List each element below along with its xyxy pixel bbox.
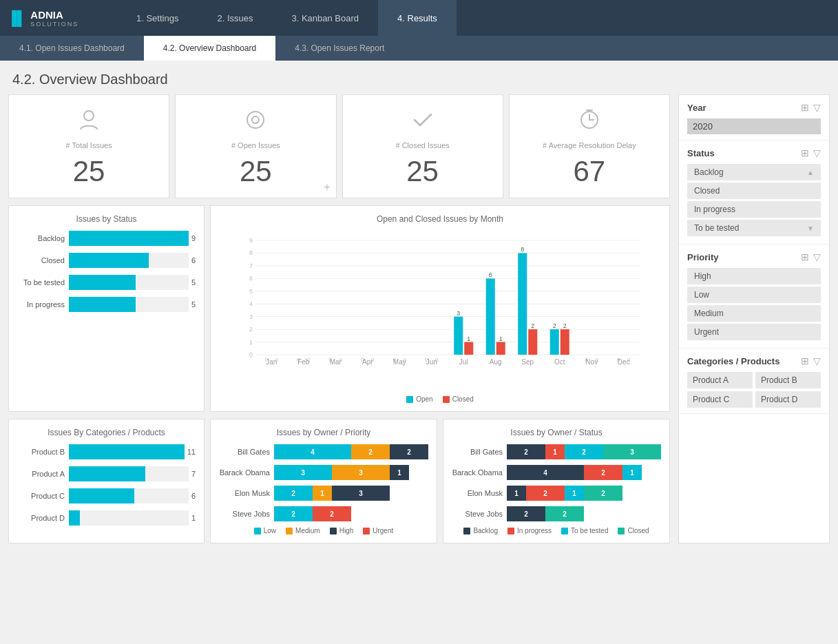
cat-prod-item-a[interactable]: Product A <box>687 372 753 388</box>
svg-text:Apr: Apr <box>362 358 373 366</box>
legend-closed-status: Closed <box>618 527 649 534</box>
hbar-label: Closed <box>17 256 69 264</box>
priority-funnel-icon[interactable]: ▽ <box>813 251 821 262</box>
sbar-segments: 213 <box>274 486 390 501</box>
svg-text:8: 8 <box>521 246 524 253</box>
sbar-seg: 4 <box>274 444 351 459</box>
svg-text:Dec: Dec <box>618 358 630 366</box>
nav-tab-settings[interactable]: 1. Settings <box>117 0 198 36</box>
hbar-row: Closed 6 <box>17 253 196 268</box>
priority-item-low[interactable]: Low <box>687 287 821 303</box>
priority-item-medium[interactable]: Medium <box>687 305 821 322</box>
svg-rect-58 <box>550 329 559 355</box>
svg-rect-53 <box>518 253 527 355</box>
legend-medium: Medium <box>286 527 320 534</box>
hbar-track <box>69 275 189 290</box>
tobetested-dot <box>561 528 568 534</box>
owner-status-legend: Backlog In progress To be tested Closed <box>452 527 661 534</box>
main-nav-tabs: 1. Settings 2. Issues 3. Kanban Board 4.… <box>117 0 457 36</box>
owner-priority-title: Issues by Owner / Priority <box>219 428 428 437</box>
hbar-label: To be tested <box>17 278 69 287</box>
open-issues-icon <box>243 107 268 137</box>
svg-text:8: 8 <box>249 249 253 256</box>
hbar-val: 9 <box>191 234 196 242</box>
priority-filter-icon[interactable]: ⊞ <box>801 251 809 262</box>
status-filter-icon[interactable]: ⊞ <box>801 147 809 158</box>
year-funnel-icon[interactable]: ▽ <box>813 102 821 113</box>
hbar-val: 6 <box>191 492 196 500</box>
sidebar-cat-prod-title: Categories / Products <box>687 356 779 366</box>
svg-text:Sep: Sep <box>521 358 534 366</box>
legend-closed-dot <box>443 396 450 403</box>
sbar-segments: 422 <box>274 444 428 459</box>
priority-item-high[interactable]: High <box>687 268 821 284</box>
hbar-fill <box>69 275 136 290</box>
svg-text:Jul: Jul <box>459 358 468 366</box>
legend-low: Low <box>254 527 276 534</box>
sbar-seg: 1 <box>390 465 409 480</box>
hbar-fill <box>69 297 136 312</box>
kpi-closed-issues: # Closed Issues 25 <box>342 94 503 198</box>
status-item-tobetested[interactable]: To be tested ▼ <box>687 220 821 236</box>
kpi-total-issues: # Total Issues 25 <box>8 94 169 198</box>
cat-prod-filter-icon[interactable]: ⊞ <box>801 355 809 366</box>
sub-tab-open-report[interactable]: 4.3. Open Issues Report <box>275 36 404 61</box>
legend-tobetested: To be tested <box>561 527 608 534</box>
status-item-closed[interactable]: Closed <box>687 183 821 199</box>
sidebar-year-icons: ⊞ ▽ <box>801 102 821 113</box>
legend-open-label: Open <box>416 395 432 403</box>
hbar-val: 5 <box>191 300 196 309</box>
hbar-fill <box>69 510 80 526</box>
year-input[interactable] <box>687 118 821 134</box>
legend-open: Open <box>406 395 432 403</box>
cat-prod-bars: Product B 11 Product A 7 Product C 6 <box>17 444 196 526</box>
kpi-open-value: 25 <box>240 155 272 188</box>
svg-text:Oct: Oct <box>554 358 565 366</box>
sbar-seg: 1 <box>545 444 565 459</box>
sidebar-priority-section: Priority ⊞ ▽ High Low Medium Urgent <box>679 245 829 349</box>
hbar-row: Product A 7 <box>17 466 196 481</box>
priority-item-urgent[interactable]: Urgent <box>687 324 821 340</box>
sbar-label: Bill Gates <box>452 448 507 456</box>
hbar-fill <box>69 466 145 481</box>
cat-prod-item-b[interactable]: Product B <box>755 372 821 388</box>
svg-text:1: 1 <box>499 335 503 342</box>
sbar-row: Steve Jobs 22 <box>219 506 428 521</box>
sbar-row: Elon Musk 213 <box>219 486 428 501</box>
sbar-row: Bill Gates 2123 <box>452 444 661 459</box>
cat-prod-item-c[interactable]: Product C <box>687 391 753 408</box>
hbar-label: Product B <box>17 448 69 456</box>
sidebar-cat-prod-header: Categories / Products ⊞ ▽ <box>687 355 821 366</box>
status-funnel-icon[interactable]: ▽ <box>813 147 821 158</box>
year-filter-icon[interactable]: ⊞ <box>801 102 809 113</box>
hbar-label: Product C <box>17 492 69 500</box>
hbar-val: 11 <box>187 448 196 456</box>
kpi-row: # Total Issues 25 # Open Issues 25 + # C… <box>8 94 670 198</box>
sub-tab-open-dashboard[interactable]: 4.1. Open Issues Dashboard <box>0 36 144 61</box>
sbar-seg: 2 <box>584 465 622 480</box>
sbar-seg: 4 <box>507 465 584 480</box>
hbar-fill <box>69 488 134 503</box>
sbar-segments: 1212 <box>507 486 622 501</box>
sub-navigation: 4.1. Open Issues Dashboard 4.2. Overview… <box>0 36 838 61</box>
svg-text:6: 6 <box>489 271 492 278</box>
status-item-inprogress[interactable]: In progress <box>687 201 821 218</box>
issues-by-owner-status-chart: Issues by Owner / Status Bill Gates 2123… <box>443 419 670 543</box>
cat-prod-item-d[interactable]: Product D <box>755 391 821 408</box>
nav-tab-results[interactable]: 4. Results <box>378 0 457 36</box>
total-issues-icon <box>76 107 101 137</box>
priority-list: High Low Medium Urgent <box>687 268 821 340</box>
logo-icon: ▐▌ <box>7 10 26 26</box>
nav-tab-kanban[interactable]: 3. Kanban Board <box>272 0 378 36</box>
sbar-seg: 2 <box>507 506 545 521</box>
sub-tab-overview-dashboard[interactable]: 4.2. Overview Dashboard <box>144 36 275 61</box>
cat-prod-funnel-icon[interactable]: ▽ <box>813 355 821 366</box>
kpi-closed-value: 25 <box>406 155 439 188</box>
kpi-add-icon[interactable]: + <box>324 181 330 194</box>
hbar-track <box>69 297 189 312</box>
sbar-segments: 22 <box>507 506 584 521</box>
column-chart-svg: 012345678900Jan00Feb00Mar00Apr00May00Jun… <box>219 231 661 389</box>
closed-status-dot <box>618 528 625 534</box>
status-item-backlog[interactable]: Backlog ▲ <box>687 164 821 180</box>
nav-tab-issues[interactable]: 2. Issues <box>198 0 272 36</box>
